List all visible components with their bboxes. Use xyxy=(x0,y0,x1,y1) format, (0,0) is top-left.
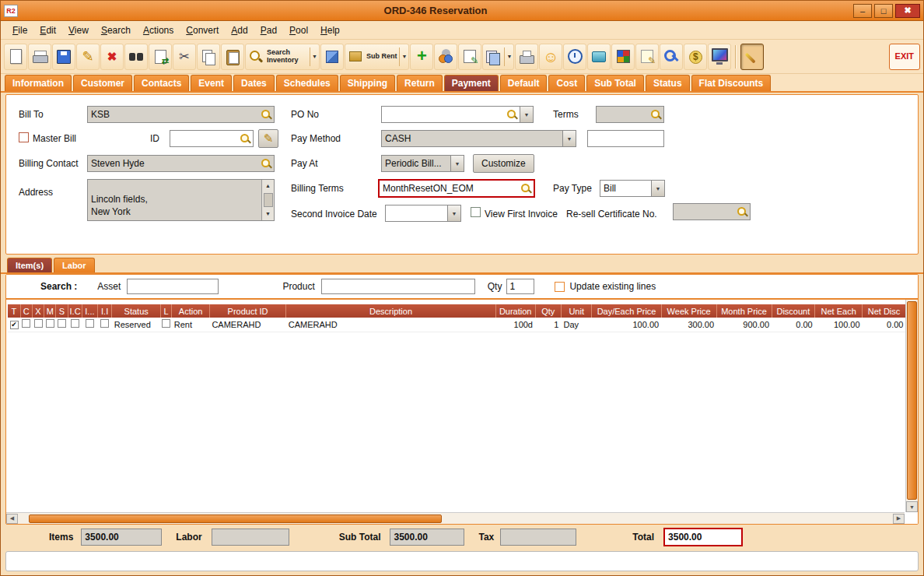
column-l[interactable]: L xyxy=(161,304,172,318)
dropdown-arrow-icon[interactable] xyxy=(399,47,407,66)
column-c[interactable]: C xyxy=(20,304,32,318)
close-button[interactable]: ✖ xyxy=(895,4,920,18)
scroll-down-icon[interactable]: ▼ xyxy=(906,501,918,512)
menu-convert[interactable]: Convert xyxy=(180,23,224,37)
address-field[interactable]: Lincoln fields, New York New York ▲▼ xyxy=(87,179,275,221)
tab-shipping[interactable]: Shipping xyxy=(340,75,395,91)
add-plus-button[interactable] xyxy=(410,44,433,70)
scroll-right-icon[interactable]: ▶ xyxy=(893,514,905,524)
column-description[interactable]: Description xyxy=(286,304,496,318)
print-button[interactable] xyxy=(28,44,51,70)
minimize-button[interactable]: – xyxy=(853,4,872,18)
pay-method-extra-field[interactable] xyxy=(587,130,664,147)
pay-type-dropdown-icon[interactable] xyxy=(651,181,664,196)
tab-dates[interactable]: Dates xyxy=(233,75,275,91)
binoculars-search-button[interactable] xyxy=(124,44,148,70)
menu-file[interactable]: File xyxy=(7,23,33,37)
column-m[interactable]: M xyxy=(44,304,56,318)
column-s[interactable]: S xyxy=(56,304,68,318)
tab-cost[interactable]: Cost xyxy=(548,75,585,91)
money-button[interactable] xyxy=(684,44,707,70)
asset-input[interactable] xyxy=(127,279,219,294)
dropdown-arrow-icon[interactable] xyxy=(504,47,512,66)
resell-certificate-search-button[interactable] xyxy=(734,204,750,220)
row-checkbox-s[interactable] xyxy=(58,319,66,328)
scroll-thumb[interactable] xyxy=(264,193,273,207)
master-bill-checkbox[interactable] xyxy=(19,132,29,142)
menu-search[interactable]: Search xyxy=(96,23,136,37)
customize-button[interactable]: Customize xyxy=(473,154,534,173)
tab-default[interactable]: Default xyxy=(500,75,548,91)
billing-terms-search-button[interactable] xyxy=(518,181,534,196)
delete-button[interactable] xyxy=(100,44,124,70)
monitor-button[interactable] xyxy=(708,44,731,70)
po-no-search-button[interactable] xyxy=(504,107,520,122)
exit-button[interactable]: EXIT xyxy=(889,44,920,70)
note-edit-button[interactable] xyxy=(458,44,481,70)
terms-field[interactable] xyxy=(596,106,664,123)
column-discount[interactable]: Discount xyxy=(772,304,815,318)
menu-view[interactable]: View xyxy=(63,23,94,37)
address-scrollbar[interactable]: ▲▼ xyxy=(261,180,274,220)
edit-pencil-button[interactable] xyxy=(76,44,100,70)
v-scroll-thumb[interactable] xyxy=(907,301,917,500)
view-first-invoice-checkbox[interactable] xyxy=(471,207,481,217)
column-action[interactable]: Action xyxy=(172,304,210,318)
pay-type-dropdown[interactable]: Bill xyxy=(600,180,665,197)
id-field[interactable] xyxy=(170,130,254,147)
group-balls-button[interactable] xyxy=(434,44,457,70)
billing-contact-search-button[interactable] xyxy=(258,156,274,171)
note-pencil-button[interactable] xyxy=(635,44,659,70)
h-scroll-thumb[interactable] xyxy=(29,515,442,523)
smiley-button[interactable] xyxy=(539,44,562,70)
copy-button[interactable] xyxy=(197,44,220,70)
po-no-dropdown-icon[interactable] xyxy=(520,107,533,122)
tab-customer[interactable]: Customer xyxy=(73,75,132,91)
pay-method-dropdown[interactable]: CASH xyxy=(381,130,576,147)
column-i-i[interactable]: I.I xyxy=(98,304,112,318)
column-day-each-price[interactable]: Day/Each Price xyxy=(592,304,661,318)
id-search-button[interactable] xyxy=(237,131,253,146)
bill-to-search-button[interactable] xyxy=(258,107,274,122)
h-scrollbar[interactable]: ◀ ▶ xyxy=(6,512,905,524)
column-x[interactable]: X xyxy=(32,304,44,318)
column-qty[interactable]: Qty xyxy=(535,304,561,318)
title-bar[interactable]: R2 ORD-346 Reservation – □ ✖ xyxy=(1,1,923,21)
tab-flat-discounts[interactable]: Flat Discounts xyxy=(691,75,772,91)
disk-drive-button[interactable] xyxy=(587,44,611,70)
maximize-button[interactable]: □ xyxy=(874,4,893,18)
row-checkbox-c[interactable] xyxy=(22,319,30,328)
cards-stack-button[interactable] xyxy=(482,44,514,70)
menu-edit[interactable]: Edit xyxy=(34,23,61,37)
product-input[interactable] xyxy=(321,279,475,294)
scroll-down-icon[interactable]: ▼ xyxy=(265,208,271,220)
scroll-left-icon[interactable]: ◀ xyxy=(6,514,18,524)
column-month-price[interactable]: Month Price xyxy=(716,304,772,318)
scroll-up-icon[interactable]: ▲ xyxy=(265,180,271,192)
cut-button[interactable] xyxy=(173,44,196,70)
paste-button[interactable] xyxy=(221,44,244,70)
row-checkbox-i[interactable] xyxy=(86,319,94,328)
save-button[interactable] xyxy=(52,44,75,70)
colored-cubes-button[interactable] xyxy=(611,44,635,70)
row-checkbox-t[interactable]: ✔ xyxy=(10,321,19,329)
tab-return[interactable]: Return xyxy=(397,75,443,91)
menu-pool[interactable]: Pool xyxy=(284,23,313,37)
column-duration[interactable]: Duration xyxy=(495,304,535,318)
cube-button[interactable] xyxy=(320,44,344,70)
key-button[interactable] xyxy=(660,44,683,70)
tab-contacts[interactable]: Contacts xyxy=(134,75,189,91)
row-checkbox-i-c[interactable] xyxy=(71,319,79,328)
bill-to-field[interactable]: KSB xyxy=(87,106,275,123)
dropdown-arrow-icon[interactable] xyxy=(310,47,317,66)
resell-certificate-field[interactable] xyxy=(673,203,751,220)
menu-actions[interactable]: Actions xyxy=(138,23,179,37)
pay-at-dropdown[interactable]: Periodic Bill... xyxy=(381,155,464,172)
tab-labor[interactable]: Labor xyxy=(54,258,95,272)
row-checkbox-l[interactable] xyxy=(162,319,170,328)
menu-add[interactable]: Add xyxy=(226,23,253,37)
table-row[interactable]: ✔ReservedRentCAMERAHDCAMERAHD100d1Day100… xyxy=(8,318,906,332)
clock-button[interactable] xyxy=(563,44,586,70)
tab-item-s[interactable]: Item(s) xyxy=(7,258,52,272)
wand-button[interactable] xyxy=(740,44,764,70)
